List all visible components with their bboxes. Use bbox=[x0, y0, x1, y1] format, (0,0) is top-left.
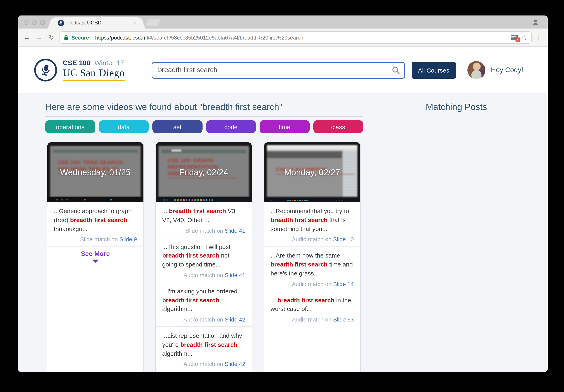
match-text: ... breadth first search in the worst ca… bbox=[271, 296, 354, 313]
lock-icon bbox=[64, 35, 69, 40]
user-greeting: Hey Cody! bbox=[491, 66, 523, 74]
podcast-mic-logo-icon bbox=[34, 59, 57, 82]
forward-icon[interactable]: → bbox=[35, 34, 43, 41]
match-text: ...I'm asking you be ordered breadth fir… bbox=[162, 287, 245, 314]
tab-favicon-mic-icon bbox=[58, 20, 64, 26]
address-bar[interactable]: Secure https://podcastucsd.ml/#/search/5… bbox=[59, 31, 532, 44]
match-meta: Audio match onSlide 10 bbox=[271, 236, 354, 243]
url-host: ://podcastucsd.ml bbox=[107, 34, 148, 41]
search-button[interactable] bbox=[392, 66, 400, 74]
thumbnail-topbar-detail bbox=[267, 148, 357, 150]
thumbnail-topbar bbox=[53, 150, 138, 153]
minimize-window-button[interactable] bbox=[32, 20, 37, 25]
extension-badge: x bbox=[516, 38, 520, 42]
tag-filter-button[interactable]: data bbox=[99, 120, 149, 133]
university-wordmark: UC San Diego bbox=[63, 68, 125, 81]
tag-row: operationsdatasetcodetimeclass bbox=[45, 120, 363, 133]
site-logo[interactable]: CSE 100 Winter 17 UC San Diego bbox=[34, 59, 125, 82]
thumbnail-bottom-bar bbox=[156, 197, 252, 202]
see-more-label: See More bbox=[81, 250, 110, 257]
match-type-label: Audio match on bbox=[183, 272, 223, 278]
tag-filter-button[interactable]: class bbox=[313, 120, 363, 133]
match-item: ...Recommend that you try to breadth fir… bbox=[264, 202, 360, 246]
tag-filter-button[interactable]: set bbox=[152, 120, 202, 133]
thumbnail-header-band bbox=[267, 152, 342, 158]
slide-link[interactable]: Slide 42 bbox=[225, 316, 245, 323]
new-tab-button[interactable] bbox=[145, 19, 161, 26]
course-term: Winter 17 bbox=[95, 59, 124, 67]
video-thumbnail[interactable]: CSE 10 ALGORITHM Monday, 02/27 bbox=[264, 142, 360, 202]
match-type-label: Audio match on bbox=[292, 280, 332, 287]
match-type-label: Audio match on bbox=[292, 316, 332, 323]
screenshot-stage: Podcast UCSD × ← → ↻ Secure https://podc… bbox=[0, 0, 564, 392]
tag-filter-button[interactable]: code bbox=[206, 120, 256, 133]
browser-tab[interactable]: Podcast UCSD × bbox=[53, 17, 140, 28]
all-courses-button[interactable]: All Courses bbox=[412, 62, 456, 78]
search-input[interactable] bbox=[152, 62, 405, 78]
slide-link[interactable]: Slide 42 bbox=[225, 361, 245, 367]
page-content: Here are some videos we found about "bre… bbox=[18, 93, 548, 372]
match-text: ...Are them now the same breadth first s… bbox=[271, 251, 354, 278]
match-meta: Audio match onSlide 33 bbox=[271, 316, 354, 323]
match-item: ...Are them now the same breadth first s… bbox=[264, 246, 360, 291]
match-list: ...Generic approach to graph (tree) brea… bbox=[47, 202, 143, 246]
url-text: https://podcastucsd.ml/#/search/58cbc35b… bbox=[95, 34, 508, 41]
brand-text: CSE 100 Winter 17 UC San Diego bbox=[63, 59, 125, 81]
video-card: CSE 10 ALGORITHM Monday, 02/27 ...Recomm… bbox=[264, 142, 361, 372]
match-text: ...Recommend that you try to breadth fir… bbox=[271, 207, 354, 233]
course-code: CSE 100 bbox=[63, 59, 90, 67]
zoom-window-button[interactable] bbox=[40, 20, 45, 25]
match-list: ... breadth first search V3, V2, V40. Ot… bbox=[156, 202, 252, 372]
browser-profile-icon[interactable] bbox=[531, 18, 539, 27]
tab-close-icon[interactable]: × bbox=[133, 20, 136, 26]
video-date-overlay: Wednesday, 01/25 bbox=[47, 167, 143, 177]
url-divider bbox=[92, 34, 92, 41]
slide-link[interactable]: Slide 14 bbox=[333, 280, 354, 287]
match-meta: Slide match onSlide 9 bbox=[54, 236, 137, 243]
close-window-button[interactable] bbox=[24, 20, 28, 25]
match-meta: Audio match onSlide 41 bbox=[162, 272, 245, 278]
match-list: ...Recommend that you try to breadth fir… bbox=[264, 202, 360, 326]
see-more-chevron-down-icon bbox=[92, 260, 99, 263]
results-column: Here are some videos we found about "bre… bbox=[45, 102, 363, 372]
tab-strip: Podcast UCSD × bbox=[18, 15, 548, 28]
match-text: ...List representation and why you're br… bbox=[162, 331, 245, 358]
bookmark-star-icon[interactable]: ☆ bbox=[521, 34, 528, 41]
match-text: ...Generic approach to graph (tree) brea… bbox=[54, 207, 137, 233]
taskbar-dots bbox=[84, 199, 85, 200]
slide-link[interactable]: Slide 41 bbox=[225, 272, 245, 278]
back-icon[interactable]: ← bbox=[23, 34, 31, 41]
avatar[interactable] bbox=[467, 61, 485, 79]
tag-filter-button[interactable]: time bbox=[260, 120, 310, 133]
posts-divider bbox=[393, 117, 520, 117]
search-icon bbox=[392, 66, 400, 74]
slide-link[interactable]: Slide 10 bbox=[333, 236, 354, 243]
reload-icon[interactable]: ↻ bbox=[47, 34, 56, 41]
video-thumbnail[interactable]: CSE 100: TREE SEARCH AND HASH TABLES (1)… bbox=[47, 142, 143, 202]
match-type-label: Slide match on bbox=[80, 236, 118, 243]
slide-link[interactable]: Slide 9 bbox=[119, 236, 137, 243]
match-text: ...This question I will post breadth fir… bbox=[162, 242, 245, 269]
video-date-overlay: Monday, 02/27 bbox=[264, 167, 360, 177]
match-item: ...I'm asking you be ordered breadth fir… bbox=[156, 282, 252, 327]
see-more-section[interactable]: See More bbox=[47, 246, 143, 268]
match-type-label: Audio match on bbox=[292, 236, 332, 243]
tag-filter-button[interactable]: operations bbox=[45, 120, 95, 133]
thumbnail-bottom-bar bbox=[264, 198, 360, 202]
video-thumbnail[interactable]: CSE 100: GRAPH REPRESENTATION AND SEARCH… bbox=[156, 142, 252, 202]
browser-menu-icon[interactable]: ⋮ bbox=[536, 34, 542, 41]
heading-divider bbox=[45, 116, 363, 116]
video-card: CSE 100: TREE SEARCH AND HASH TABLES (1)… bbox=[47, 142, 144, 372]
thumbnail-topbar bbox=[267, 145, 357, 148]
slide-link[interactable]: Slide 33 bbox=[333, 316, 354, 323]
window-controls bbox=[24, 20, 45, 25]
tab-title: Podcast UCSD bbox=[67, 20, 131, 26]
matching-posts-heading: Matching Posts bbox=[393, 102, 520, 112]
browser-window: Podcast UCSD × ← → ↻ Secure https://podc… bbox=[18, 15, 548, 372]
thumbnail-bottom-bar bbox=[47, 197, 143, 202]
extension-blocker-icon[interactable]: x bbox=[511, 35, 518, 40]
match-type-label: Audio match on bbox=[183, 316, 223, 323]
site-header: CSE 100 Winter 17 UC San Diego All Cours… bbox=[18, 47, 548, 93]
video-date-overlay: Friday, 02/24 bbox=[156, 167, 252, 177]
slide-link[interactable]: Slide 41 bbox=[225, 227, 245, 234]
